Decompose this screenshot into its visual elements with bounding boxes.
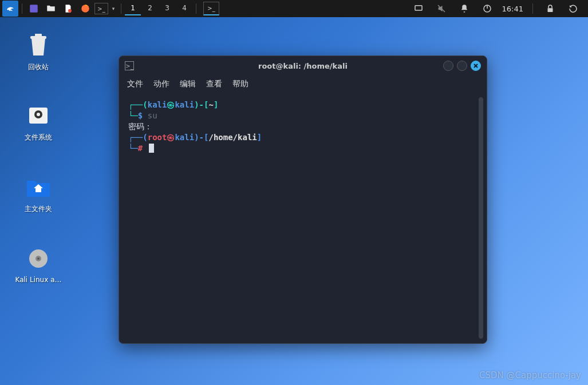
svg-point-1: [68, 9, 72, 13]
desktop-filesystem[interactable]: 文件系统: [13, 102, 64, 142]
desktop-kali-app-label: Kali Linux a…: [13, 276, 64, 284]
app-launcher-button[interactable]: [26, 1, 42, 17]
terminal-body[interactable]: ┌──(kali㉿kali)-[~] └─$ su 密码： ┌──(root㉿k…: [121, 95, 484, 341]
desktop-filesystem-label: 文件系统: [13, 133, 64, 142]
terminal-launcher-button[interactable]: >_: [94, 3, 108, 14]
minimize-button[interactable]: [443, 61, 453, 71]
prompt-line-1: ┌──(kali㉿kali)-[~]: [128, 100, 477, 110]
menu-help[interactable]: 帮助: [232, 79, 248, 89]
refresh-icon: [568, 3, 578, 14]
terminal-dropdown-button[interactable]: ▾: [109, 1, 117, 17]
lock-icon: [545, 3, 555, 14]
workspace-1[interactable]: 1: [125, 2, 141, 15]
firefox-icon: [80, 3, 90, 14]
menu-file[interactable]: 文件: [127, 79, 143, 89]
svg-point-12: [37, 113, 40, 116]
document-icon: [63, 3, 73, 14]
svg-rect-9: [35, 34, 42, 37]
menubar: 文件 动作 编辑 查看 帮助: [119, 76, 487, 93]
taskbar-terminal[interactable]: >_: [203, 2, 219, 15]
desktop-trash-label: 回收站: [13, 62, 64, 72]
workspace-3[interactable]: 3: [159, 2, 175, 15]
scrollbar[interactable]: [479, 97, 483, 339]
text-editor-button[interactable]: [60, 1, 76, 17]
close-icon: [473, 63, 479, 69]
window-title: root@kali: /home/kali: [119, 62, 487, 70]
volume-muted-icon: [436, 3, 447, 14]
titlebar[interactable]: >_ root@kali: /home/kali: [119, 56, 487, 76]
cmd-line-2: └─#: [128, 143, 477, 154]
svg-rect-3: [415, 6, 422, 10]
home-folder-icon: [26, 176, 51, 198]
folder-icon: [46, 3, 56, 14]
top-panel: >_ ▾ 1 2 3 4 >_ 16:41: [0, 0, 588, 17]
disc-icon: [27, 247, 50, 270]
workspace-2[interactable]: 2: [142, 2, 158, 15]
menu-view[interactable]: 查看: [206, 79, 222, 89]
svg-rect-0: [30, 5, 38, 13]
drive-icon: [27, 104, 50, 127]
power-icon: [482, 3, 492, 14]
desktop-trash[interactable]: 回收站: [13, 31, 64, 72]
password-line: 密码：: [128, 121, 477, 132]
desktop-home[interactable]: 主文件夹: [13, 173, 64, 214]
maximize-button[interactable]: [457, 61, 467, 71]
notifications-button[interactable]: [456, 1, 472, 17]
svg-rect-7: [548, 8, 553, 12]
terminal-icon: >_: [97, 6, 105, 12]
watermark: CSDN @Cappuccino-jay: [479, 370, 581, 380]
lock-button[interactable]: [542, 1, 558, 17]
svg-point-15: [37, 257, 40, 260]
file-manager-button[interactable]: [43, 1, 59, 17]
terminal-icon: >_: [207, 5, 215, 11]
close-button[interactable]: [471, 61, 481, 71]
clock[interactable]: 16:41: [502, 5, 523, 13]
session-button[interactable]: [565, 1, 581, 17]
kali-menu-button[interactable]: [2, 1, 18, 17]
menu-edit[interactable]: 编辑: [180, 79, 196, 89]
terminal-app-icon: >_: [125, 61, 134, 70]
power-button[interactable]: [479, 1, 495, 17]
terminal-window[interactable]: >_ root@kali: /home/kali 文件 动作 编辑 查看 帮助 …: [119, 55, 487, 344]
desktop-kali-app[interactable]: Kali Linux a…: [13, 245, 64, 284]
display-button[interactable]: [411, 1, 427, 17]
workspace-4[interactable]: 4: [176, 2, 192, 15]
bell-icon: [459, 3, 469, 14]
menu-actions[interactable]: 动作: [153, 79, 169, 89]
volume-button[interactable]: [433, 1, 449, 17]
display-icon: [413, 3, 424, 14]
trash-icon: [27, 33, 50, 58]
firefox-button[interactable]: [77, 1, 93, 17]
kali-dragon-icon: [5, 3, 15, 14]
grid-icon: [29, 3, 39, 14]
cmd-line-1: └─$ su: [128, 110, 477, 121]
chevron-down-icon: ▾: [112, 6, 115, 11]
prompt-line-2: ┌──(root㉿kali)-[/home/kali]: [128, 132, 477, 143]
desktop-home-label: 主文件夹: [13, 204, 64, 214]
cursor: [149, 144, 154, 153]
